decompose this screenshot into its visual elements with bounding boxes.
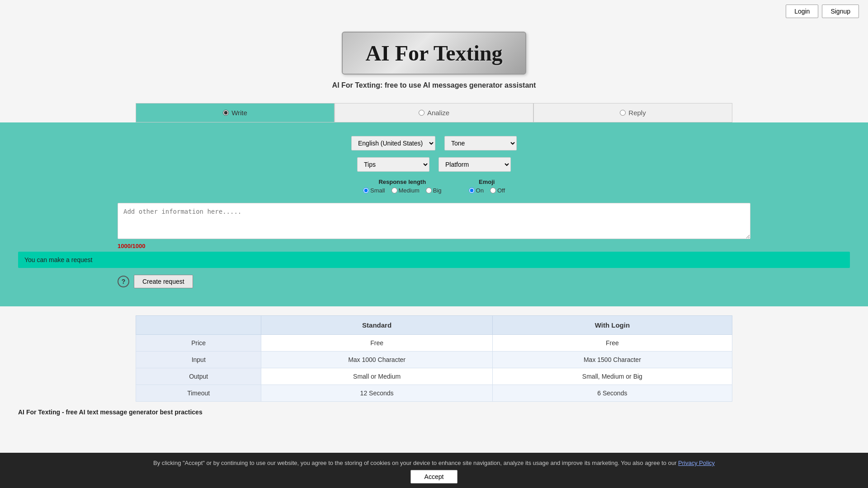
response-length-label: Response length bbox=[378, 178, 426, 185]
tab-write[interactable]: Write bbox=[136, 103, 335, 122]
options-row: Response length Small Medium Big Emoji bbox=[18, 178, 850, 194]
response-medium-radio[interactable] bbox=[392, 188, 397, 193]
pricing-section: Standard With Login PriceFreeFreeInputMa… bbox=[118, 315, 750, 402]
emoji-off-option[interactable]: Off bbox=[490, 187, 505, 194]
response-big-label: Big bbox=[433, 187, 442, 194]
logo-section: AI For Texting AI For Texting: free to u… bbox=[0, 23, 868, 103]
response-length-radios: Small Medium Big bbox=[363, 187, 442, 194]
pricing-standard-cell: Small or Medium bbox=[261, 368, 492, 385]
best-practices: AI For Texting - free AI text message ge… bbox=[0, 402, 868, 420]
response-small-label: Small bbox=[370, 187, 385, 194]
header: Login Signup bbox=[0, 0, 868, 23]
char-count: 1000/1000 bbox=[118, 243, 750, 249]
pricing-header-row: Standard With Login bbox=[136, 316, 732, 335]
pricing-standard-cell: Max 1000 Character bbox=[261, 352, 492, 368]
tab-analize-radio[interactable] bbox=[419, 110, 425, 116]
create-request-button[interactable]: Create request bbox=[134, 275, 193, 288]
tab-write-label: Write bbox=[231, 109, 247, 117]
main-section: English (United States) Tone Tips Platfo… bbox=[0, 122, 868, 306]
emoji-off-radio[interactable] bbox=[490, 188, 496, 193]
pricing-login-cell: Small, Medium or Big bbox=[492, 368, 732, 385]
pricing-feature-cell: Output bbox=[136, 368, 261, 385]
pricing-col-with-login: With Login bbox=[492, 316, 732, 335]
response-small-radio[interactable] bbox=[363, 188, 369, 193]
tone-select[interactable]: Tone bbox=[444, 136, 517, 150]
help-button[interactable]: ? bbox=[118, 276, 129, 287]
pricing-row: InputMax 1000 CharacterMax 1500 Characte… bbox=[136, 352, 732, 368]
emoji-group: Emoji On Off bbox=[469, 178, 505, 194]
info-bar-message: You can make a request bbox=[24, 256, 92, 263]
response-big-radio[interactable] bbox=[426, 188, 432, 193]
logo-box: AI For Texting bbox=[342, 32, 526, 75]
subtitle: AI For Texting: free to use AI messages … bbox=[0, 81, 868, 89]
pricing-row: OutputSmall or MediumSmall, Medium or Bi… bbox=[136, 368, 732, 385]
emoji-off-label: Off bbox=[497, 187, 505, 194]
pricing-login-cell: 6 Seconds bbox=[492, 385, 732, 402]
pricing-table: Standard With Login PriceFreeFreeInputMa… bbox=[136, 315, 732, 402]
platform-select[interactable]: Platform bbox=[439, 157, 511, 172]
emoji-on-radio[interactable] bbox=[469, 188, 475, 193]
pricing-row: PriceFreeFree bbox=[136, 335, 732, 352]
emoji-on-option[interactable]: On bbox=[469, 187, 484, 194]
controls-row-2: Tips Platform bbox=[18, 157, 850, 172]
category-select[interactable]: Tips bbox=[357, 157, 429, 172]
logo-title: AI For Texting bbox=[365, 41, 502, 66]
pricing-standard-cell: 12 Seconds bbox=[261, 385, 492, 402]
textarea-wrap bbox=[118, 203, 750, 240]
action-row: ? Create request bbox=[118, 275, 750, 288]
best-practices-label: AI For Texting - free AI text message ge… bbox=[18, 408, 203, 416]
tab-row: Write Analize Reply bbox=[118, 103, 750, 122]
login-button[interactable]: Login bbox=[786, 5, 818, 18]
tab-analize-label: Analize bbox=[427, 109, 449, 117]
response-big-option[interactable]: Big bbox=[426, 187, 442, 194]
pricing-row: Timeout12 Seconds6 Seconds bbox=[136, 385, 732, 402]
pricing-standard-cell: Free bbox=[261, 335, 492, 352]
signup-button[interactable]: Signup bbox=[822, 5, 859, 18]
pricing-col-feature bbox=[136, 316, 261, 335]
emoji-on-label: On bbox=[476, 187, 484, 194]
pricing-feature-cell: Timeout bbox=[136, 385, 261, 402]
language-select[interactable]: English (United States) bbox=[351, 136, 435, 150]
emoji-label: Emoji bbox=[479, 178, 495, 185]
pricing-col-standard: Standard bbox=[261, 316, 492, 335]
tab-analize[interactable]: Analize bbox=[335, 103, 533, 122]
controls-row-1: English (United States) Tone bbox=[18, 136, 850, 150]
pricing-login-cell: Max 1500 Character bbox=[492, 352, 732, 368]
response-length-group: Response length Small Medium Big bbox=[363, 178, 442, 194]
info-textarea[interactable] bbox=[118, 203, 750, 239]
response-medium-option[interactable]: Medium bbox=[392, 187, 420, 194]
response-small-option[interactable]: Small bbox=[363, 187, 385, 194]
tab-reply-radio[interactable] bbox=[620, 110, 626, 116]
pricing-login-cell: Free bbox=[492, 335, 732, 352]
pricing-feature-cell: Input bbox=[136, 352, 261, 368]
emoji-radios: On Off bbox=[469, 187, 505, 194]
tab-reply-label: Reply bbox=[628, 109, 646, 117]
tab-write-radio[interactable] bbox=[223, 110, 229, 116]
tab-reply[interactable]: Reply bbox=[533, 103, 732, 122]
info-bar: You can make a request bbox=[18, 252, 850, 268]
response-medium-label: Medium bbox=[399, 187, 420, 194]
pricing-feature-cell: Price bbox=[136, 335, 261, 352]
